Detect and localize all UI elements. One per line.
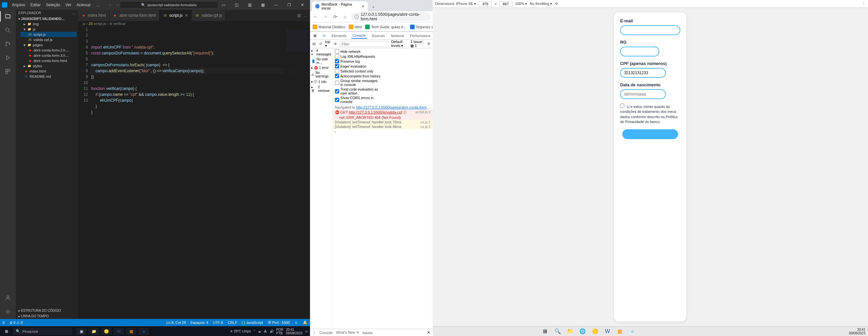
start-button[interactable]: ⊞ bbox=[2, 328, 11, 335]
timeline-section[interactable]: ▸ LINHA DO TEMPO bbox=[16, 313, 78, 319]
chk-selected-context[interactable]: Selected context only bbox=[335, 69, 381, 73]
devtools-tab-network[interactable]: Network bbox=[390, 33, 405, 38]
sublime-taskbar-icon[interactable]: ▦ bbox=[126, 328, 136, 335]
explorer-icon[interactable] bbox=[4, 12, 12, 20]
tab-abrir-conta[interactable]: ◆abrir-conta-form.html bbox=[110, 10, 159, 21]
tray-clock[interactable]: 20:4109/08/2023 bbox=[286, 328, 303, 335]
menu-file[interactable]: Arquivo bbox=[10, 3, 27, 7]
chk-log-xhr[interactable]: Log XMLHttpRequests bbox=[335, 54, 381, 58]
device-zoom[interactable]: 100% ▾ bbox=[515, 2, 527, 6]
layout-icon-4[interactable]: ▦ bbox=[257, 3, 269, 7]
tab-index-html[interactable]: ◆index.html bbox=[78, 10, 110, 21]
project-root[interactable]: ▾ JAVASCRIPT-VALIDANDO… bbox=[19, 17, 77, 21]
drawer-issues[interactable]: Issues bbox=[363, 331, 373, 335]
chk-show-cors[interactable]: Show CORS errors in console bbox=[335, 96, 381, 104]
weather-widget[interactable]: ☀ 29°C Limpo bbox=[230, 330, 251, 333]
more-icon[interactable]: … bbox=[72, 11, 75, 15]
issues-badge-2[interactable]: 1 Issue: ▦ 1 bbox=[410, 40, 424, 48]
sidebar-warnings[interactable]: ⚠ No warnings bbox=[310, 70, 333, 79]
taskbar-chrome-icon[interactable]: 🟡 bbox=[590, 328, 600, 335]
device-height-input[interactable] bbox=[499, 1, 513, 6]
close-tab-icon[interactable]: ✕ bbox=[362, 4, 365, 8]
nav-fwd-icon[interactable]: → bbox=[116, 3, 120, 7]
status-encoding[interactable]: UTF-8 bbox=[213, 320, 223, 325]
chrome-tab[interactable]: MoniBank - Página inicial ✕ bbox=[312, 1, 368, 11]
address-bar[interactable]: i 127.0.0.1:5500/pages/abrir-conta-form.… bbox=[351, 12, 431, 21]
console-filter-input[interactable] bbox=[340, 41, 389, 47]
device-select[interactable]: Dimensions: iPhone SE ▾ bbox=[435, 2, 476, 6]
gear-icon[interactable] bbox=[4, 308, 12, 316]
devtools-tab-sources[interactable]: Sources bbox=[370, 33, 386, 38]
status-eol[interactable]: CRLF bbox=[228, 320, 237, 325]
status-problems[interactable]: ⊘ 0 ⚠ 0 bbox=[9, 320, 23, 325]
home-icon[interactable]: ⌂ bbox=[341, 14, 349, 19]
tray-notifications-icon[interactable]: ▭ bbox=[305, 330, 308, 333]
status-bell-icon[interactable]: 🔔 bbox=[303, 320, 307, 325]
sidebar-info[interactable]: ▸ ⓘ 1 info bbox=[310, 79, 333, 85]
folder-img[interactable]: ▸📁img bbox=[20, 21, 77, 27]
devtools-tab-performance[interactable]: Performance bbox=[409, 33, 432, 38]
file-form-3[interactable]: ◆abrir-conta-form-3.h… bbox=[20, 53, 77, 58]
more-tab-icon[interactable]: … bbox=[304, 13, 307, 18]
rotate-icon[interactable]: ⟲ bbox=[555, 2, 558, 6]
input-email[interactable] bbox=[620, 25, 680, 35]
menu-edit[interactable]: Editar bbox=[29, 3, 43, 7]
device-throttle[interactable]: No throttling ▾ bbox=[530, 2, 552, 6]
taskbar-search-icon[interactable]: 🔍 bbox=[552, 328, 563, 335]
file-index-html[interactable]: ◆index.html bbox=[20, 68, 77, 74]
input-dob[interactable] bbox=[620, 89, 666, 99]
input-rg[interactable] bbox=[620, 47, 659, 56]
drawer-close-icon[interactable]: ✕ bbox=[427, 330, 430, 335]
chk-hide-network[interactable]: Hide network bbox=[335, 49, 381, 54]
layout-icon-1[interactable]: ▭ bbox=[218, 3, 229, 7]
file-form[interactable]: ◆abrir-conta-form.html bbox=[20, 58, 77, 63]
chk-preserve-log[interactable]: Preserve log bbox=[335, 59, 381, 63]
console-prompt[interactable]: › bbox=[333, 129, 433, 134]
folder-styles[interactable]: ▸📁styles bbox=[20, 63, 77, 68]
status-remote-icon[interactable]: ⎘ bbox=[3, 320, 5, 325]
site-info-icon[interactable]: i bbox=[354, 14, 359, 19]
console-clear-icon[interactable]: ⊘ bbox=[318, 42, 322, 46]
sidebar-errors[interactable]: ▸ ⛔ 1 error bbox=[310, 65, 333, 70]
extensions-icon[interactable] bbox=[4, 68, 12, 75]
taskbar-search[interactable]: 🔍 Pesquisar bbox=[13, 328, 72, 335]
outline-section[interactable]: ▸ ESTRUTURA DO CÓDIGO bbox=[16, 308, 78, 313]
device-menu-icon[interactable]: ⋮ bbox=[862, 2, 865, 6]
folder-pages[interactable]: ▾📁pages bbox=[20, 42, 77, 48]
console-levels[interactable]: Default levels ▾ bbox=[391, 40, 408, 48]
close-icon[interactable]: ✕ bbox=[185, 13, 188, 18]
consent-checkbox[interactable] bbox=[620, 104, 624, 108]
tray-lang[interactable]: PORPTB bbox=[276, 328, 283, 335]
status-cursor[interactable]: Ln 8, Col 28 bbox=[166, 320, 186, 325]
file-readme[interactable]: ⓘREADME.md bbox=[20, 74, 77, 79]
menu-select[interactable]: Seleção bbox=[44, 3, 62, 7]
menu-view[interactable]: Ver bbox=[63, 3, 73, 7]
chrome-taskbar-icon[interactable]: 🟡 bbox=[101, 328, 112, 335]
new-tab-button[interactable]: ＋ bbox=[369, 3, 378, 11]
run-debug-icon[interactable] bbox=[4, 54, 12, 62]
win-min-icon[interactable]: — bbox=[271, 3, 282, 7]
drawer-whatsnew[interactable]: What's New ✕ bbox=[336, 330, 359, 335]
submit-button[interactable] bbox=[622, 129, 678, 139]
split-editor-icon[interactable]: ▥ bbox=[297, 13, 301, 18]
live-expression-icon[interactable]: 👁 bbox=[333, 42, 337, 46]
tab-valida-cpf[interactable]: JSvalida-cpf.js bbox=[192, 10, 226, 21]
file-explorer-icon[interactable]: 📁 bbox=[89, 328, 99, 335]
device-toggle-icon[interactable]: ▭ bbox=[321, 33, 327, 38]
taskbar-vscode-icon[interactable]: ⟐ bbox=[627, 328, 638, 335]
win-max-icon[interactable]: ❐ bbox=[284, 3, 295, 7]
menu-more[interactable]: … bbox=[94, 3, 102, 7]
bookmark[interactable]: Organize seu códig… bbox=[410, 25, 433, 29]
sidebar-user[interactable]: 👤 No user m… bbox=[310, 57, 333, 65]
breadcrumb[interactable]: js › JS script.js › ⊚ verificar bbox=[78, 21, 310, 27]
bookmark[interactable]: Html bbox=[349, 25, 362, 29]
taskbar-edge-icon[interactable]: 🌐 bbox=[577, 328, 588, 335]
chk-autocomplete[interactable]: Autocomplete from history bbox=[335, 74, 381, 78]
back-icon[interactable]: ← bbox=[312, 14, 319, 19]
command-center[interactable]: 🔍 javascript-validando-formulario bbox=[120, 1, 218, 8]
forward-icon[interactable]: → bbox=[322, 14, 329, 19]
start-button-r[interactable]: ⊞ bbox=[540, 328, 551, 335]
nav-back-icon[interactable]: ← bbox=[108, 3, 113, 7]
tab-script-js[interactable]: JSscript.js✕ bbox=[159, 10, 192, 21]
status-feedback-icon[interactable]: ☺ bbox=[294, 320, 298, 325]
